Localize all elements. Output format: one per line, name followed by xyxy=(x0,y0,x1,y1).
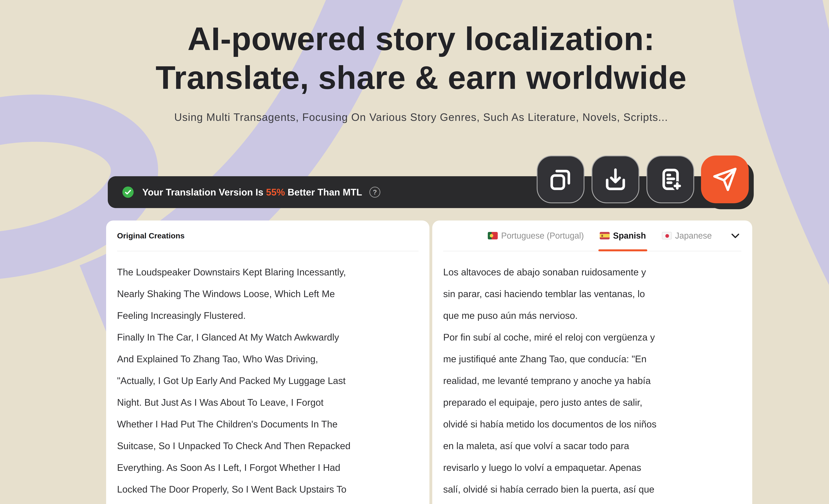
tab-spanish[interactable]: Spanish xyxy=(600,220,646,251)
help-glyph: ? xyxy=(373,188,377,196)
page-title-line1: AI-powered story localization: xyxy=(187,21,655,57)
tab-japanese[interactable]: Japanese xyxy=(662,220,712,251)
translation-line: revisarlo y luego lo volví a empaquetar.… xyxy=(443,457,741,478)
original-panel-header: Original Creations xyxy=(106,220,429,251)
tab-portuguese[interactable]: Portuguese (Portugal) xyxy=(488,220,584,251)
japan-flag-icon xyxy=(662,232,672,240)
send-icon xyxy=(712,166,738,193)
original-line: Feeling Increasingly Flustered. xyxy=(117,305,419,326)
original-panel-title: Original Creations xyxy=(117,231,184,240)
page: AI-powered story localization: Translate… xyxy=(0,0,829,504)
add-document-button[interactable] xyxy=(646,155,694,203)
original-line: The Loudspeaker Downstairs Kept Blaring … xyxy=(117,261,419,283)
tab-label: Spanish xyxy=(613,231,646,241)
status-prefix: Your Translation Version Is xyxy=(142,187,266,197)
original-line: Finally In The Car, I Glanced At My Watc… xyxy=(117,326,419,348)
download-button[interactable] xyxy=(591,155,639,203)
translation-panel: Portuguese (Portugal) Spanish Japanese L… xyxy=(432,220,752,504)
status-suffix: Better Than MTL xyxy=(285,187,362,197)
portugal-flag-icon xyxy=(488,232,498,240)
page-title-line2: Translate, share & earn worldwide xyxy=(156,60,687,96)
original-line: Nearly Shaking The Windows Loose, Which … xyxy=(117,283,419,305)
language-tabs: Portuguese (Portugal) Spanish Japanese xyxy=(432,220,752,251)
original-line: Suitcase, So I Unpacked To Check And The… xyxy=(117,435,419,457)
original-line: Everything. As Soon As I Left, I Forgot … xyxy=(117,457,419,478)
spain-flag-icon xyxy=(600,232,610,240)
status-text: Your Translation Version Is 55% Better T… xyxy=(142,187,362,197)
translation-line: me justifiqué ante Zhang Tao, que conduc… xyxy=(443,348,741,370)
download-icon xyxy=(602,166,629,193)
status-percentage: 55% xyxy=(266,187,285,197)
page-title: AI-powered story localization: Translate… xyxy=(0,20,829,97)
translation-line: Por fin subí al coche, miré el reloj con… xyxy=(443,326,741,348)
copy-button[interactable] xyxy=(537,155,584,203)
help-icon[interactable]: ? xyxy=(369,187,380,197)
translation-text-area[interactable]: Los altavoces de abajo sonaban ruidosame… xyxy=(432,251,752,504)
original-line: "Actually, I Got Up Early And Packed My … xyxy=(117,370,419,392)
translation-line: en la maleta, así que volví a sacar todo… xyxy=(443,435,741,457)
add-document-icon xyxy=(657,166,684,193)
translation-line: Los altavoces de abajo sonaban ruidosame… xyxy=(443,261,741,283)
original-text-area[interactable]: The Loudspeaker Downstairs Kept Blaring … xyxy=(106,251,429,504)
copy-icon xyxy=(547,166,574,193)
translation-line: olvidé si había metido los documentos de… xyxy=(443,413,741,435)
translation-line: salí, olvidé si había cerrado bien la pu… xyxy=(443,478,741,500)
check-icon xyxy=(122,186,134,198)
hero: AI-powered story localization: Translate… xyxy=(0,20,829,123)
original-line: Night. But Just As I Was About To Leave,… xyxy=(117,392,419,413)
original-line: Confirm. In My Hurry, I Tripped While Go… xyxy=(117,500,419,504)
translation-line: sin parar, casi haciendo temblar las ven… xyxy=(443,283,741,305)
original-line: Whether I Had Put The Children's Documen… xyxy=(117,413,419,435)
tab-label: Portuguese (Portugal) xyxy=(501,231,584,241)
translation-line: subí de nuevo para confirmarlo. Como ten… xyxy=(443,500,741,504)
original-panel: Original Creations The Loudspeaker Downs… xyxy=(106,220,429,504)
original-line: And Explained To Zhang Tao, Who Was Driv… xyxy=(117,348,419,370)
translation-line: preparado el equipaje, pero justo antes … xyxy=(443,392,741,413)
tab-label: Japanese xyxy=(675,231,712,241)
translation-line: que me puso aún más nervioso. xyxy=(443,305,741,326)
send-button[interactable] xyxy=(701,155,749,203)
original-line: Locked The Door Properly, So I Went Back… xyxy=(117,478,419,500)
page-subtitle: Using Multi Transagents, Focusing On Var… xyxy=(0,111,829,123)
chevron-down-icon[interactable] xyxy=(729,230,741,242)
translation-line: realidad, me levanté temprano y anoche y… xyxy=(443,370,741,392)
